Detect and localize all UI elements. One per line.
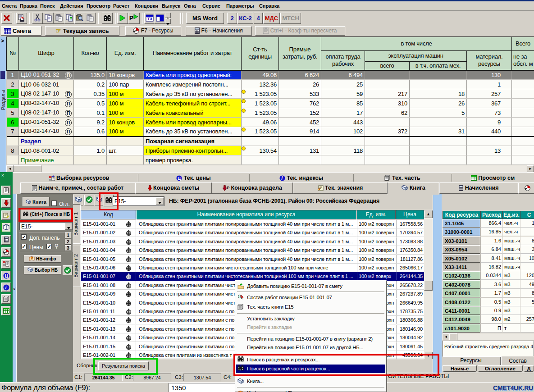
- svg-text:T3: T3: [147, 17, 152, 21]
- svg-text:Ц: Ц: [5, 273, 8, 278]
- svg-text:Ц: Ц: [178, 176, 181, 181]
